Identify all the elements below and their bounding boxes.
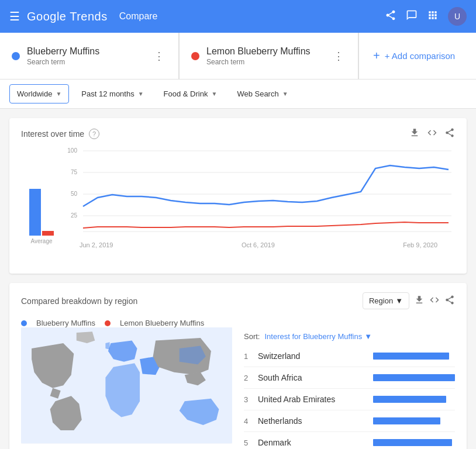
- region-table-area: Sort: Interest for Blueberry Muffins ▼ 1…: [244, 327, 455, 449]
- search-term-1-more[interactable]: ⋮: [151, 47, 167, 65]
- region-name-3: United Arab Emirates: [258, 395, 373, 404]
- svg-text:50: 50: [71, 191, 78, 197]
- avatar[interactable]: U: [448, 7, 467, 26]
- category-filter[interactable]: Food & Drink ▼: [156, 84, 225, 103]
- x-axis-labels: Jun 2, 2019 Oct 6, 2019 Feb 9, 2020: [62, 240, 455, 248]
- legend-label-blue: Blueberry Muffins: [36, 319, 95, 327]
- svg-text:100: 100: [67, 147, 77, 154]
- region-name-5: Denmark: [258, 438, 373, 447]
- region-bar-1: [373, 353, 449, 360]
- logo-text: Google Trends: [27, 10, 108, 23]
- apps-nav-icon[interactable]: [427, 9, 439, 24]
- worldwide-label: Worldwide: [17, 89, 52, 98]
- region-label: Region: [369, 296, 393, 305]
- main-content: Interest over time ?: [0, 109, 476, 449]
- nav-right: U: [385, 7, 467, 26]
- avg-label: Average: [30, 238, 52, 244]
- search-type-chevron: ▼: [282, 91, 288, 97]
- search-term-2: Lemon Blueberry Muffins Search term ⋮: [180, 33, 358, 79]
- interest-card-actions: [409, 127, 455, 140]
- region-row-5: 5 Denmark: [244, 432, 455, 449]
- avg-bar-blue: [29, 189, 41, 236]
- region-row-3: 3 United Arab Emirates: [244, 389, 455, 410]
- interest-card-title-area: Interest over time ?: [21, 129, 99, 139]
- region-row-4: 4 Netherlands: [244, 410, 455, 432]
- svg-text:75: 75: [71, 169, 78, 175]
- search-term-2-type: Search term: [206, 58, 324, 66]
- region-rank-1: 1: [244, 352, 258, 361]
- region-rank-3: 3: [244, 395, 258, 404]
- add-comparison-label: + Add comparison: [385, 51, 456, 61]
- worldwide-chevron: ▼: [56, 91, 61, 97]
- region-bar-wrap-3: [373, 396, 455, 403]
- sort-row: Sort: Interest for Blueberry Muffins ▼: [244, 327, 455, 346]
- legend-dot-blue: [21, 320, 27, 326]
- filter-bar: Worldwide ▼ Past 12 months ▼ Food & Drin…: [0, 80, 476, 109]
- sort-dropdown[interactable]: Interest for Blueberry Muffins ▼: [264, 332, 372, 341]
- region-name-2: South Africa: [258, 373, 373, 382]
- interest-over-time-card: Interest over time ?: [9, 118, 467, 274]
- map-legend: Blueberry Muffins Lemon Blueberry Muffin…: [9, 314, 467, 327]
- search-term-1-name: Blueberry Muffins: [27, 46, 144, 57]
- region-btn[interactable]: Region ▼: [363, 292, 409, 309]
- search-term-1-type: Search term: [27, 58, 144, 66]
- category-chevron: ▼: [211, 91, 217, 97]
- download-icon[interactable]: [409, 127, 420, 140]
- search-term-2-more[interactable]: ⋮: [331, 47, 346, 65]
- breakdown-header: Compared breakdown by region Region ▼: [9, 283, 467, 314]
- compare-label: Compare: [119, 11, 158, 22]
- world-map-svg: [21, 327, 232, 444]
- avg-bar-red: [42, 231, 54, 236]
- region-row-1: 1 Switzerland: [244, 346, 455, 367]
- breakdown-download-icon[interactable]: [414, 295, 425, 308]
- legend-label-red: Lemon Blueberry Muffins: [120, 319, 204, 327]
- region-bar-wrap-4: [373, 417, 455, 424]
- breakdown-embed-icon[interactable]: [429, 295, 440, 308]
- legend-dot-red: [105, 320, 111, 326]
- sort-chevron: ▼: [364, 332, 372, 341]
- search-term-2-name: Lemon Blueberry Muffins: [206, 46, 324, 57]
- share-nav-icon[interactable]: [385, 9, 396, 24]
- category-label: Food & Drink: [164, 89, 208, 98]
- search-term-1: Blueberry Muffins Search term ⋮: [0, 33, 179, 79]
- embed-icon[interactable]: [427, 127, 437, 140]
- avg-bars: [29, 189, 54, 236]
- average-area: Average: [21, 145, 62, 244]
- region-bar-4: [373, 417, 440, 424]
- search-type-filter[interactable]: Web Search ▼: [229, 84, 295, 103]
- interest-card-header: Interest over time ?: [9, 118, 467, 145]
- top-nav: ☰ Google Trends Compare U: [0, 0, 476, 33]
- line-chart: 100 75 50 25: [62, 145, 455, 239]
- region-rank-4: 4: [244, 417, 258, 426]
- search-terms-bar: Blueberry Muffins Search term ⋮ Lemon Bl…: [0, 33, 476, 80]
- feedback-nav-icon[interactable]: [406, 9, 418, 24]
- search-term-2-dot: [191, 52, 199, 60]
- period-chevron: ▼: [138, 91, 144, 97]
- region-name-1: Switzerland: [258, 351, 373, 361]
- share-icon[interactable]: [444, 127, 455, 140]
- region-bar-wrap-5: [373, 439, 455, 446]
- region-row-2: 2 South Africa: [244, 367, 455, 389]
- chart-svg-area: 100 75 50 25 Jun 2, 2019 Oct 6, 2019 Feb: [62, 145, 455, 244]
- region-bar-wrap-2: [373, 374, 455, 381]
- worldwide-filter[interactable]: Worldwide ▼: [9, 84, 69, 103]
- region-name-4: Netherlands: [258, 416, 373, 426]
- region-bar-3: [373, 396, 446, 403]
- sort-value: Interest for Blueberry Muffins: [264, 332, 362, 341]
- region-bar-5: [373, 439, 452, 446]
- help-icon[interactable]: ?: [89, 129, 99, 139]
- region-bar-wrap-1: [373, 353, 455, 360]
- x-label-2: Oct 6, 2019: [242, 241, 275, 248]
- x-label-3: Feb 9, 2020: [403, 241, 437, 248]
- breakdown-title: Compared breakdown by region: [21, 296, 137, 306]
- add-comparison-btn[interactable]: + + Add comparison: [359, 33, 476, 79]
- period-filter[interactable]: Past 12 months ▼: [74, 84, 151, 103]
- search-term-2-info: Lemon Blueberry Muffins Search term: [206, 46, 324, 66]
- menu-icon[interactable]: ☰: [9, 9, 20, 23]
- region-content-area: Sort: Interest for Blueberry Muffins ▼ 1…: [9, 327, 467, 449]
- region-list: 1 Switzerland 2 South Africa: [244, 346, 455, 449]
- region-rank-5: 5: [244, 438, 258, 447]
- breakdown-share-icon[interactable]: [444, 295, 455, 308]
- search-term-1-dot: [12, 52, 20, 60]
- region-bar-2: [373, 374, 455, 381]
